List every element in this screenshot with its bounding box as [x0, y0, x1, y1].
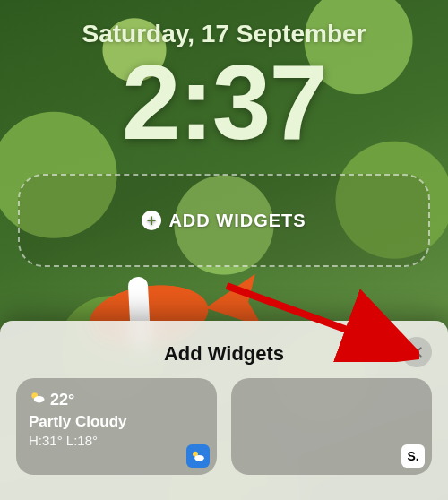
widget-card-2[interactable]: S. [231, 378, 432, 475]
add-widgets-slot[interactable]: + ADD WIDGETS [18, 174, 430, 267]
widget-suggestions-row: 22° Partly Cloudy H:31° L:18° S. [16, 378, 432, 475]
app-badge-s: S. [401, 444, 425, 468]
svg-point-3 [194, 455, 204, 461]
weather-hilo: H:31° L:18° [29, 433, 204, 448]
sheet-header: Add Widgets [16, 333, 432, 378]
weather-temp: 22° [50, 391, 74, 409]
lockscreen-wallpaper: Saturday, 17 September 2:37 + ADD WIDGET… [0, 0, 448, 500]
weather-temp-row: 22° [29, 389, 204, 411]
sheet-title: Add Widgets [16, 342, 432, 366]
svg-point-1 [34, 396, 45, 403]
weather-app-icon [190, 448, 206, 464]
close-button[interactable] [401, 337, 432, 367]
add-widgets-label: ADD WIDGETS [168, 211, 306, 231]
weather-condition: Partly Cloudy [29, 413, 204, 431]
plus-circle-icon: + [142, 211, 161, 230]
weather-app-badge [186, 444, 210, 468]
partly-cloudy-icon [29, 389, 47, 411]
close-icon [409, 345, 424, 359]
weather-widget-card[interactable]: 22° Partly Cloudy H:31° L:18° [16, 378, 217, 475]
add-widgets-sheet: Add Widgets 22° Partly Cl [0, 321, 448, 500]
lockscreen-time[interactable]: 2:37 [0, 41, 448, 163]
